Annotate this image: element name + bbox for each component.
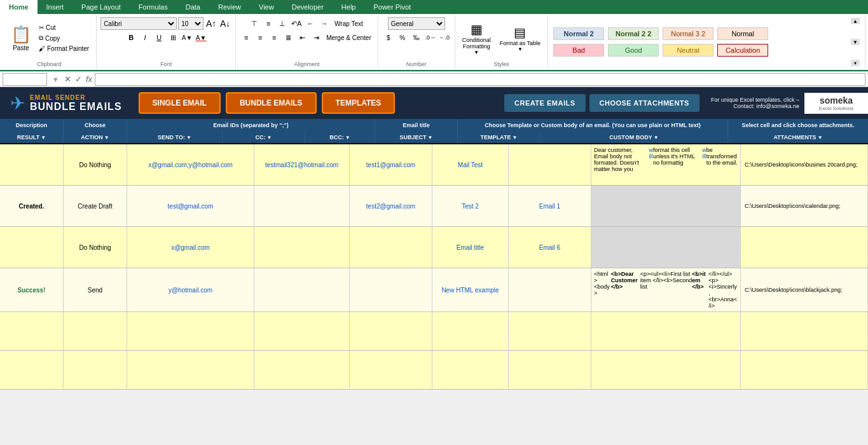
cell-custom-body-2[interactable] [591, 186, 741, 226]
attachments-filter-icon[interactable]: ▼ [818, 135, 823, 140]
cell-attachments-6[interactable] [741, 351, 868, 389]
cell-bcc-6[interactable] [350, 351, 432, 389]
format-as-table-button[interactable]: ▤ Format as Table ▼ [497, 23, 544, 54]
cell-result-3[interactable] [0, 227, 64, 268]
align-middle-button[interactable]: ≡ [262, 17, 275, 30]
bold-button[interactable]: B [125, 31, 137, 44]
styles-scroll-up[interactable]: ▲ [851, 18, 860, 24]
cell-template-6[interactable] [509, 351, 591, 389]
tab-review[interactable]: Review [209, 0, 250, 14]
align-justify-button[interactable]: ≣ [282, 31, 294, 44]
number-format-select[interactable]: General [388, 17, 445, 30]
formula-cancel-icon[interactable]: ✕ [64, 74, 71, 84]
indent-decrease-button[interactable]: ← [304, 17, 317, 30]
style-bad-cell[interactable]: Bad [553, 44, 604, 57]
cell-cc-5[interactable] [254, 312, 350, 350]
cell-attachments-1[interactable]: C:\Users\Desktop\icons\busines 20card.pn… [741, 144, 868, 185]
cell-template-1[interactable] [509, 144, 591, 185]
custombody-filter-icon[interactable]: ▼ [654, 135, 659, 140]
text-direction-button[interactable]: ↶A [290, 17, 303, 30]
cell-sendto-2[interactable]: test@gmail.com [127, 186, 254, 226]
italic-button[interactable]: I [139, 31, 151, 44]
create-emails-button[interactable]: CREATE EMAILS [504, 94, 586, 112]
align-top-button[interactable]: ⊤ [248, 17, 261, 30]
cell-subject-1[interactable]: Mail Test [432, 144, 509, 185]
cell-subject-2[interactable]: Test 2 [432, 186, 509, 226]
tab-power-pivot[interactable]: Power Pivot [364, 0, 420, 14]
font-size-select[interactable]: 10 [178, 17, 203, 30]
cell-sendto-1[interactable]: x@gmail.com;y@hotmail.com [127, 144, 254, 185]
fill-color-button[interactable]: A▼ [181, 31, 193, 44]
name-box[interactable] [3, 73, 47, 86]
tab-insert[interactable]: Insert [38, 0, 73, 14]
style-normal-cell[interactable]: Normal [717, 27, 768, 40]
cell-attachments-2[interactable]: C:\Users\Desktop\icons\calendar.png; [741, 186, 868, 226]
style-normal22-cell[interactable]: Normal 2 2 [608, 27, 659, 40]
cell-sendto-3[interactable]: x@gmail.com [127, 227, 254, 268]
outdent-button[interactable]: ⇤ [296, 31, 308, 44]
tab-view[interactable]: View [250, 0, 283, 14]
paste-button[interactable]: 📋 Paste [6, 23, 36, 53]
cell-custom-body-3[interactable] [591, 227, 741, 268]
cell-bcc-2[interactable]: test2@gmail.com [350, 186, 432, 226]
cell-result-1[interactable] [0, 144, 64, 185]
cell-action-4[interactable]: Send [64, 268, 127, 312]
tab-help[interactable]: Help [333, 0, 365, 14]
border-button[interactable]: ⊞ [167, 31, 179, 44]
styles-scroll-down[interactable]: ▼ [851, 39, 860, 45]
cell-cc-2[interactable] [254, 186, 350, 226]
cell-template-5[interactable] [509, 312, 591, 350]
cell-sendto-6[interactable] [127, 351, 254, 389]
cell-template-2[interactable]: Email 1 [509, 186, 591, 226]
cell-attachments-3[interactable] [741, 227, 868, 268]
cell-action-1[interactable]: Do Nothing [64, 144, 127, 185]
cell-cc-3[interactable] [254, 227, 350, 268]
bundle-emails-button[interactable]: BUNDLE EMAILS [226, 92, 317, 114]
cell-result-5[interactable] [0, 312, 64, 350]
font-name-select[interactable]: Calibri [100, 17, 177, 30]
tab-data[interactable]: Data [177, 0, 209, 14]
cell-subject-5[interactable] [432, 312, 509, 350]
cell-subject-6[interactable] [432, 351, 509, 389]
align-right-button[interactable]: ≡ [268, 31, 280, 44]
decimal-increase-button[interactable]: ←.0 [438, 31, 451, 44]
accounting-button[interactable]: $ [382, 31, 395, 44]
cell-cc-6[interactable] [254, 351, 350, 389]
formula-input[interactable] [95, 73, 865, 86]
font-grow-button[interactable]: A↑ [205, 17, 217, 30]
tab-formulas[interactable]: Formulas [130, 0, 177, 14]
cell-sendto-5[interactable] [127, 312, 254, 350]
cell-bcc-4[interactable] [350, 268, 432, 312]
cell-bcc-1[interactable]: test1@gmail.com [350, 144, 432, 185]
style-neutral-cell[interactable]: Neutral [663, 44, 713, 57]
sendto-filter-icon[interactable]: ▼ [186, 135, 191, 140]
styles-scroll-expand[interactable]: ▾ [851, 60, 860, 66]
cell-sendto-4[interactable]: y@hotmail.com [127, 268, 254, 312]
align-center-button[interactable]: ≡ [254, 31, 266, 44]
cell-subject-4[interactable]: New HTML example [432, 268, 509, 312]
bcc-filter-icon[interactable]: ▼ [345, 135, 350, 140]
template-filter-icon[interactable]: ▼ [512, 135, 517, 140]
cell-custom-body-5[interactable] [591, 312, 741, 350]
copy-button[interactable]: ⧉ Copy [36, 33, 92, 43]
cell-action-5[interactable] [64, 312, 127, 350]
font-color-button[interactable]: A▼ [195, 31, 207, 44]
cell-action-6[interactable] [64, 351, 127, 389]
cell-template-3[interactable]: Email 6 [509, 227, 591, 268]
cell-cc-4[interactable] [254, 268, 350, 312]
tab-page-layout[interactable]: Page Layout [72, 0, 130, 14]
indent-increase-button[interactable]: → [318, 17, 331, 30]
indent-button[interactable]: ⇥ [310, 31, 322, 44]
style-good-cell[interactable]: Good [608, 44, 659, 57]
cell-attachments-4[interactable]: C:\Users\Desktop\icons\blackjack.png; [741, 268, 868, 312]
cell-action-3[interactable]: Do Nothing [64, 227, 127, 268]
align-bottom-button[interactable]: ⊥ [276, 17, 289, 30]
cell-result-6[interactable] [0, 351, 64, 389]
style-normal32-cell[interactable]: Normal 3 2 [663, 27, 713, 40]
cell-bcc-5[interactable] [350, 312, 432, 350]
cell-custom-body-1[interactable]: Dear customer,Email body not formated. D… [591, 144, 741, 185]
action-filter-icon[interactable]: ▼ [104, 135, 109, 140]
format-painter-button[interactable]: 🖌 Format Painter [36, 44, 92, 53]
merge-center-button[interactable]: Merge & Center [324, 33, 374, 43]
wrap-text-button[interactable]: Wrap Text [332, 19, 366, 29]
